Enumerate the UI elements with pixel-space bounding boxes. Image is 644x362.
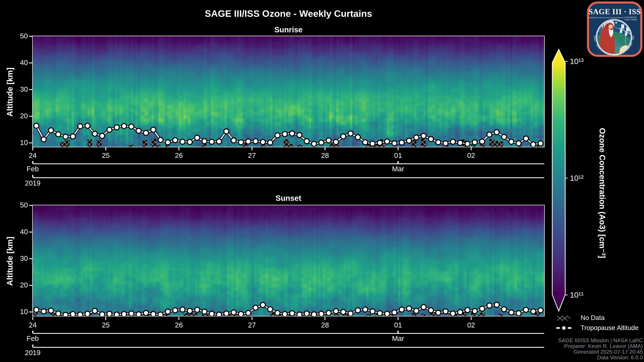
y-tick-label: 40 [10, 228, 28, 236]
sunrise-heatmap-canvas [33, 36, 544, 147]
x-tick-mark [471, 317, 472, 320]
logo-subtitle-iss-1: International [626, 16, 636, 18]
x-tick-mark [105, 317, 106, 320]
month-label: Mar [386, 335, 410, 343]
x-tick-mark [324, 147, 325, 150]
page-title: SAGE III/ISS Ozone - Weekly Curtains [33, 8, 544, 19]
month-tick-mark [398, 331, 399, 333]
y-tick-mark [29, 36, 32, 37]
year-tick-mark [32, 175, 33, 177]
x-tick-mark [105, 147, 106, 150]
y-tick-label: 30 [10, 85, 28, 93]
credits-block: SAGE III/ISS Mission | NASA LaRCPreparer… [470, 338, 643, 360]
y-tick-mark [29, 89, 32, 90]
y-tick-mark [29, 205, 32, 206]
tropopause-legend-marker [556, 324, 572, 332]
x-tick-mark [252, 317, 252, 320]
month-tick-mark [32, 161, 33, 163]
credits-line: Generated 2025-07-17 20:45 [470, 349, 643, 355]
x-tick-label: 27 [242, 151, 262, 160]
y-tick-label: 40 [10, 59, 28, 67]
colorbar [551, 49, 572, 313]
y-tick-label: 20 [10, 281, 28, 289]
sunset-heatmap-canvas [33, 205, 544, 316]
x-tick-label: 26 [169, 151, 189, 160]
x-tick-label: 24 [23, 321, 43, 329]
year-label: 2019 [21, 179, 44, 187]
x-tick-mark [398, 147, 398, 150]
year-axis-line [33, 177, 544, 178]
year-axis-line [33, 347, 544, 348]
x-tick-mark [471, 147, 472, 150]
no-data-legend-marker [556, 314, 571, 322]
month-tick-mark [398, 161, 399, 163]
sunrise-panel-frame [32, 36, 545, 147]
mission-logo: SAGE III · ISS Stratospheric Aerosol and… [587, 1, 643, 57]
x-tick-label: 25 [96, 321, 116, 329]
y-tick-mark [29, 258, 32, 259]
x-tick-mark [178, 317, 179, 320]
x-tick-label: 02 [461, 151, 481, 160]
x-tick-mark [178, 147, 179, 150]
colorbar-gradient-bar [552, 49, 565, 311]
month-label: Feb [21, 165, 44, 173]
y-tick-label: 50 [10, 32, 28, 40]
y-tick-mark [29, 62, 32, 63]
credits-line: Preparer: Kevin R. Leavor (AMA) [470, 343, 643, 349]
x-tick-label: 02 [461, 321, 481, 329]
x-tick-label: 25 [96, 151, 116, 160]
y-tick-label: 10 [10, 308, 28, 316]
month-axis-line [33, 333, 544, 334]
x-tick-label: 28 [315, 321, 335, 329]
tropopause-legend-label: Tropopause Altitude [580, 324, 638, 332]
colorbar-tick-1e12: 10¹² [570, 174, 584, 183]
colorbar-tick-1e11: 10¹¹ [570, 291, 584, 300]
credits-line: Data Version: 6.0.0 [470, 355, 643, 360]
x-tick-mark [324, 317, 325, 320]
y-tick-label: 10 [10, 139, 28, 147]
logo-subtitle-program: Stratospheric Aerosol and Gas Experiment… [588, 16, 625, 18]
colorbar-axis-label: Ozone Concentration (Ao3) [cm⁻³] [598, 128, 607, 228]
y-tick-mark [29, 312, 32, 312]
sunset-panel-frame [32, 205, 545, 317]
x-tick-label: 28 [315, 151, 335, 160]
x-tick-mark [398, 317, 398, 320]
x-tick-label: 26 [169, 321, 189, 329]
y-tick-label: 50 [10, 201, 28, 209]
colorbar-tick-1e13: 10¹³ [570, 57, 584, 66]
y-tick-mark [29, 285, 32, 286]
x-tick-mark [252, 147, 252, 150]
x-tick-label: 24 [23, 151, 43, 160]
year-tick-mark [32, 345, 33, 347]
y-tick-mark [29, 116, 32, 117]
panel-title-sunset: Sunset [33, 194, 544, 203]
year-label: 2019 [21, 349, 44, 357]
month-axis-line [33, 163, 544, 164]
x-tick-label: 01 [388, 151, 408, 160]
no-data-legend-label: No Data [580, 314, 604, 322]
y-tick-label: 30 [10, 254, 28, 263]
month-label: Mar [386, 165, 410, 173]
x-tick-label: 01 [388, 321, 408, 329]
month-tick-mark [32, 331, 33, 333]
logo-subtitle-iss-2: Space Station [625, 18, 637, 21]
y-tick-mark [29, 232, 32, 232]
panel-title-sunrise: Sunrise [33, 25, 544, 34]
x-tick-mark [32, 317, 33, 320]
credits-line: SAGE III/ISS Mission | NASA LaRC [470, 338, 643, 343]
x-tick-mark [32, 147, 33, 150]
logo-title: SAGE III · ISS [588, 7, 641, 16]
month-label: Feb [21, 335, 44, 343]
y-tick-mark [29, 142, 32, 143]
x-tick-label: 27 [242, 321, 262, 329]
y-tick-label: 20 [10, 112, 28, 120]
